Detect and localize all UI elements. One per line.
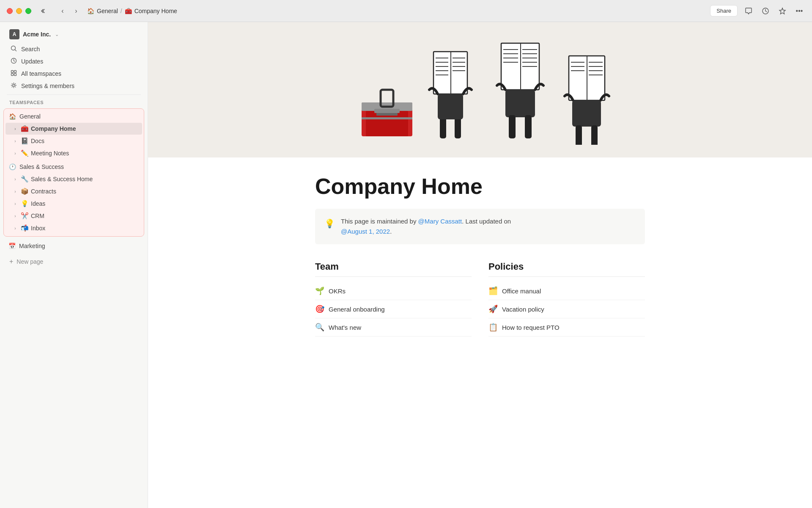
team-link-okrs[interactable]: 🌱 OKRs (315, 282, 472, 300)
chevron-right-icon: › (12, 139, 18, 144)
lightbulb-icon: 💡 (324, 217, 335, 230)
search-icon (9, 45, 18, 53)
svg-rect-5 (11, 74, 13, 76)
company-home-label: Company Home (31, 125, 137, 132)
info-maintainer[interactable]: @Mary Cassatt (418, 218, 462, 225)
sidebar-item-crm[interactable]: › ✂️ CRM (5, 210, 142, 222)
policies-heading: Policies (488, 261, 645, 277)
close-button[interactable] (7, 8, 13, 14)
svg-rect-54 (591, 125, 598, 145)
meeting-notes-emoji: ✏️ (20, 149, 29, 157)
team-link-onboarding[interactable]: 🎯 General onboarding (315, 300, 472, 318)
new-page-item[interactable]: + New page (3, 255, 145, 268)
breadcrumb-general[interactable]: 🏠 General (87, 8, 118, 14)
svg-rect-44 (587, 56, 587, 100)
sidebar-item-settings[interactable]: Settings & members (3, 80, 145, 92)
sidebar-all-teamspaces-label: All teamspaces (21, 70, 61, 77)
collapse-sidebar-button[interactable] (36, 5, 48, 17)
more-icon[interactable]: ••• (793, 5, 805, 17)
inbox-label: Inbox (31, 225, 137, 232)
briefcase-icon: 🧰 (125, 8, 132, 14)
page-main-content: Company Home 💡 This page is maintained b… (290, 157, 670, 370)
sales-clock-icon: 🕐 (9, 163, 16, 170)
svg-point-1 (11, 46, 15, 50)
meeting-notes-label: Meeting Notes (31, 150, 137, 157)
chevron-right-icon: › (12, 177, 18, 182)
chevron-right-icon: › (12, 214, 18, 218)
policies-section: Policies 🗂️ Office manual 🚀 Vacation pol… (488, 261, 645, 337)
sidebar-item-all-teamspaces[interactable]: All teamspaces (3, 68, 145, 80)
svg-rect-3 (11, 71, 13, 73)
ideas-label: Ideas (31, 200, 137, 207)
general-teamspace-header[interactable]: 🏠 General (4, 110, 144, 122)
general-teamspace-section: 🏠 General › 🧰 Company Home › 📓 Docs (3, 108, 144, 237)
policy-link-vacation[interactable]: 🚀 Vacation policy (488, 300, 645, 318)
sidebar-item-inbox[interactable]: › 📬 Inbox (5, 222, 142, 234)
contracts-label: Contracts (31, 188, 137, 195)
sidebar-item-updates[interactable]: Updates (3, 55, 145, 67)
sidebar-item-meeting-notes[interactable]: › ✏️ Meeting Notes (5, 147, 142, 159)
sidebar-item-sales-home[interactable]: › 🔧 Sales & Success Home (5, 173, 142, 185)
svg-rect-52 (572, 100, 601, 127)
sidebar-updates-label: Updates (21, 58, 43, 65)
workspace-chevron-icon: ⌄ (55, 32, 59, 37)
office-manual-emoji: 🗂️ (488, 286, 498, 295)
marketing-header[interactable]: 📅 Marketing (3, 240, 144, 252)
office-manual-label: Office manual (502, 287, 541, 295)
onboarding-emoji: 🎯 (315, 304, 324, 314)
maximize-button[interactable] (25, 8, 31, 14)
sidebar: A Acme Inc. ⌄ Search Updates (0, 22, 148, 508)
sidebar-item-docs[interactable]: › 📓 Docs (5, 135, 142, 147)
company-home-emoji: 🧰 (20, 125, 29, 133)
crm-emoji: ✂️ (20, 212, 29, 220)
sales-teamspace-header[interactable]: 🕐 Sales & Success (4, 161, 144, 173)
pto-emoji: 📋 (488, 323, 498, 332)
grid-icon (9, 70, 18, 77)
breadcrumb-company-home[interactable]: 🧰 Company Home (125, 8, 177, 14)
general-teamspace-label: General (19, 113, 41, 120)
sidebar-settings-label: Settings & members (21, 83, 74, 89)
history-icon[interactable] (760, 5, 771, 17)
chevron-right-icon: › (12, 226, 18, 231)
workspace-name: Acme Inc. (23, 31, 51, 38)
docs-emoji: 📓 (20, 137, 29, 145)
info-date[interactable]: @August 1, 2022 (341, 228, 390, 235)
breadcrumb-general-label: General (97, 8, 118, 14)
teamspaces-label: Teamspaces (0, 97, 148, 107)
svg-rect-53 (576, 125, 582, 145)
contracts-emoji: 📦 (20, 188, 29, 195)
sidebar-top: A Acme Inc. ⌄ Search Updates (0, 22, 148, 272)
sidebar-item-company-home[interactable]: › 🧰 Company Home (5, 123, 142, 135)
breadcrumb-separator: / (121, 8, 122, 14)
marketing-calendar-icon: 📅 (8, 243, 16, 249)
comment-icon[interactable] (743, 5, 754, 17)
main-layout: A Acme Inc. ⌄ Search Updates (0, 22, 812, 508)
sidebar-item-ideas[interactable]: › 💡 Ideas (5, 198, 142, 210)
workspace-header[interactable]: A Acme Inc. ⌄ (3, 26, 145, 43)
inbox-emoji: 📬 (20, 224, 29, 232)
sidebar-item-search[interactable]: Search (3, 43, 145, 55)
forward-button[interactable]: › (70, 5, 82, 17)
svg-rect-11 (374, 109, 400, 113)
okrs-label: OKRs (329, 287, 346, 295)
svg-rect-13 (362, 117, 412, 119)
docs-label: Docs (31, 138, 137, 144)
sidebar-item-contracts[interactable]: › 📦 Contracts (5, 185, 142, 197)
policy-link-office-manual[interactable]: 🗂️ Office manual (488, 282, 645, 300)
vacation-label: Vacation policy (502, 306, 544, 313)
svg-point-7 (13, 84, 15, 86)
plus-icon: + (9, 258, 13, 265)
team-link-whats-new[interactable]: 🔍 What's new (315, 318, 472, 337)
share-button[interactable]: Share (710, 5, 738, 17)
policy-link-pto[interactable]: 📋 How to request PTO (488, 318, 645, 337)
info-prefix: This page is maintained by (341, 218, 418, 225)
svg-rect-6 (14, 74, 16, 76)
svg-rect-30 (520, 43, 521, 90)
star-icon[interactable] (776, 5, 788, 17)
svg-rect-28 (438, 94, 463, 119)
minimize-button[interactable] (16, 8, 22, 14)
general-home-icon: 🏠 (9, 113, 16, 120)
svg-rect-27 (455, 117, 461, 138)
back-button[interactable]: ‹ (57, 5, 69, 17)
chevron-right-icon: › (12, 189, 18, 194)
